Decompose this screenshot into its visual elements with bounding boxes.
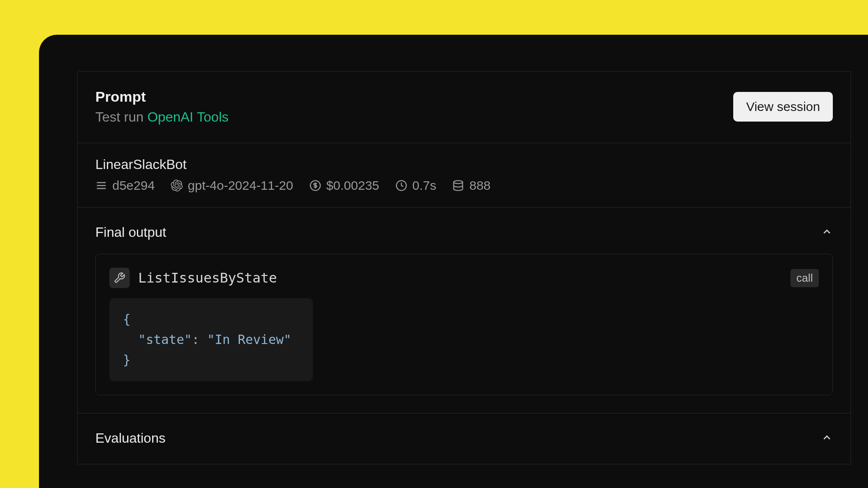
header-section: Prompt Test run OpenAI Tools View sessio… — [78, 72, 851, 143]
page-title: Prompt — [95, 89, 228, 105]
evaluations-header: Evaluations — [95, 430, 833, 446]
app-frame: Prompt Test run OpenAI Tools View sessio… — [39, 35, 868, 488]
list-icon — [95, 180, 107, 191]
output-section-header: Final output — [95, 225, 833, 240]
cost-value: $0.00235 — [326, 178, 379, 193]
subtitle: Test run OpenAI Tools — [95, 109, 228, 125]
call-badge: call — [790, 269, 819, 287]
evaluations-section: Evaluations — [78, 413, 851, 464]
evaluations-title: Evaluations — [95, 430, 165, 446]
clock-icon — [395, 180, 407, 191]
meta-tokens: 888 — [452, 178, 490, 193]
tool-name: ListIssuesByState — [138, 270, 277, 286]
meta-duration: 0.7s — [395, 178, 437, 193]
tokens-value: 888 — [469, 178, 490, 193]
run-name: LinearSlackBot — [95, 157, 833, 172]
output-section-title: Final output — [95, 225, 166, 240]
chevron-up-icon[interactable] — [821, 226, 833, 239]
subtitle-link[interactable]: OpenAI Tools — [147, 109, 229, 125]
output-card: ListIssuesByState call { "state": "In Re… — [95, 254, 833, 395]
content-panel: Prompt Test run OpenAI Tools View sessio… — [77, 71, 851, 464]
output-section: Final output ListIssuesBySta — [78, 208, 851, 413]
header-left: Prompt Test run OpenAI Tools — [95, 89, 228, 125]
tool-row: ListIssuesByState call — [109, 268, 819, 288]
meta-model: gpt-4o-2024-11-20 — [171, 178, 293, 193]
wrench-icon — [109, 268, 130, 288]
openai-icon — [171, 180, 183, 191]
tool-left: ListIssuesByState — [109, 268, 277, 288]
meta-row: d5e294 gpt-4o-2024-11-20 — [95, 178, 833, 193]
chevron-up-icon[interactable] — [821, 432, 833, 445]
duration-value: 0.7s — [412, 178, 437, 193]
meta-section: LinearSlackBot d5e294 — [78, 143, 851, 208]
code-block: { "state": "In Review" } — [109, 298, 313, 381]
dollar-icon — [309, 180, 321, 191]
view-session-button[interactable]: View session — [733, 92, 833, 122]
meta-cost: $0.00235 — [309, 178, 379, 193]
commit-value: d5e294 — [112, 178, 155, 193]
svg-point-5 — [454, 180, 463, 183]
model-value: gpt-4o-2024-11-20 — [188, 178, 293, 193]
database-icon — [452, 180, 464, 191]
subtitle-prefix: Test run — [95, 109, 147, 125]
meta-commit: d5e294 — [95, 178, 155, 193]
